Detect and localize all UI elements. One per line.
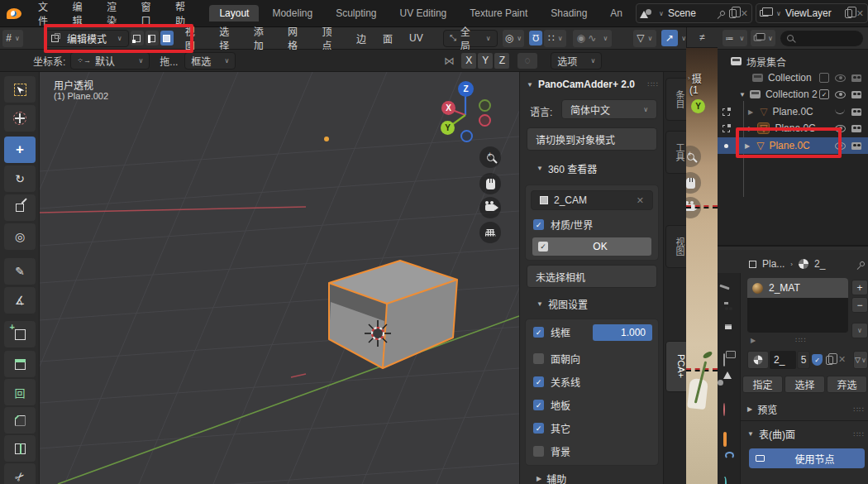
loop-cut-tool[interactable]: [4, 435, 36, 462]
orientation-dropdown[interactable]: ⤡ 全局 ∨: [443, 30, 498, 47]
mirror-y-button[interactable]: Y: [478, 53, 493, 69]
browse-material-button[interactable]: [747, 351, 769, 369]
bevel-tool[interactable]: [4, 407, 36, 434]
cursor-tool[interactable]: [4, 105, 36, 132]
tab-tool[interactable]: 工具: [665, 131, 687, 174]
mirror-x-button[interactable]: X: [461, 53, 476, 69]
expand-icon[interactable]: ▶: [751, 337, 756, 344]
pin-icon[interactable]: [719, 10, 726, 17]
select-button[interactable]: 选择: [785, 376, 825, 393]
clear-icon[interactable]: ✕: [637, 195, 644, 206]
gizmo-neg-x-axis[interactable]: [479, 114, 491, 127]
tab-item[interactable]: 条目: [665, 78, 687, 121]
collection2-row[interactable]: ▼ Collection 2 ✓: [718, 86, 868, 103]
scene-selector[interactable]: ∨ Scene ✕: [636, 3, 752, 23]
surface-section-header[interactable]: ▼ 表(曲)面 ∷∷: [747, 427, 865, 441]
deselect-button[interactable]: 弃选: [827, 376, 867, 393]
tab-view[interactable]: 视图: [665, 225, 687, 268]
tab-output-properties[interactable]: [723, 328, 736, 340]
floor-toggle[interactable]: 地板: [533, 398, 570, 412]
viewer-section-header[interactable]: ▼ 360 查看器: [537, 161, 597, 175]
tab-texture-paint[interactable]: Texture Paint: [460, 5, 537, 22]
hide-icon[interactable]: [835, 74, 846, 82]
tab-modifier-properties[interactable]: [723, 457, 736, 469]
hide-icon[interactable]: [835, 142, 846, 150]
language-dropdown[interactable]: 简体中文 ∨: [561, 99, 657, 119]
camera-name-field[interactable]: 2_CAM ✕: [531, 190, 653, 210]
menu-file[interactable]: 文件: [28, 0, 62, 27]
checkbox-checked-icon[interactable]: [533, 219, 544, 230]
edge-select-button[interactable]: [145, 31, 159, 46]
mode-dropdown[interactable]: 编辑模式 ∨: [45, 30, 129, 47]
menu-window[interactable]: 窗口: [131, 0, 165, 27]
gizmo-toggle[interactable]: ↗: [661, 30, 678, 46]
annotate-tool[interactable]: ✎: [4, 258, 36, 285]
mirror-z-button[interactable]: Z: [494, 53, 509, 69]
background-toggle[interactable]: 背景: [533, 444, 570, 458]
menu-edge[interactable]: 边: [348, 31, 374, 46]
3d-viewport[interactable]: 用户透视 (1) Plane.002 Z X Y: [40, 72, 519, 484]
use-nodes-button[interactable]: 使用节点: [749, 448, 865, 468]
wireframe-slider[interactable]: 1.000: [593, 324, 652, 341]
scene-collection-row[interactable]: 场景集合: [718, 53, 868, 69]
move-tool[interactable]: +: [4, 137, 36, 163]
gizmo-y-axis[interactable]: Y: [691, 99, 705, 113]
gizmo-neg-z-axis[interactable]: [460, 130, 473, 142]
tab-scene-properties[interactable]: [723, 379, 736, 391]
transform-tool[interactable]: ◎: [4, 223, 36, 250]
select-mode-dropdown[interactable]: 框选 ∨: [184, 52, 236, 69]
copy-scene-icon[interactable]: [729, 9, 737, 18]
add-slot-button[interactable]: +: [851, 280, 868, 295]
relations-toggle[interactable]: 关系线: [533, 375, 580, 389]
tab-layout[interactable]: Layout: [209, 5, 259, 22]
tab-modeling[interactable]: Modeling: [262, 5, 322, 22]
snap-with-button[interactable]: ∷∨: [544, 30, 566, 47]
options-dropdown[interactable]: 选项 ∨: [551, 52, 602, 69]
checkbox-checked-icon[interactable]: [533, 423, 544, 434]
light-object-dot[interactable]: [324, 137, 329, 141]
mirror-icon[interactable]: ⋈: [444, 55, 455, 67]
hide-icon[interactable]: [835, 125, 846, 132]
secondary-viewport[interactable]: › 摄 (1 Y: [686, 48, 718, 484]
addon-panel-header[interactable]: ▼ PanoCamAdder+ 2.0 ∷∷: [527, 79, 659, 90]
plane-row[interactable]: ▶ ▽ Plane.0C: [718, 120, 868, 137]
checkbox-checked-icon[interactable]: [533, 327, 544, 338]
ortho-toggle-button[interactable]: [479, 222, 501, 243]
close-icon[interactable]: ✕: [856, 8, 864, 19]
pin-icon[interactable]: [859, 261, 866, 267]
copy-material-button[interactable]: [826, 356, 833, 365]
collection-row[interactable]: Collection: [718, 69, 868, 86]
outliner-search[interactable]: [780, 31, 863, 46]
snap-toggle[interactable]: Ω: [529, 31, 542, 46]
menu-select[interactable]: 选择: [211, 24, 245, 52]
face-select-button[interactable]: [160, 31, 174, 46]
tab-world-properties[interactable]: [723, 404, 736, 416]
copy-viewlayer-icon[interactable]: [845, 9, 852, 18]
blender-menu-button[interactable]: [0, 8, 28, 19]
expand-icon[interactable]: ▶: [748, 125, 753, 132]
tab-tool-properties[interactable]: [723, 281, 736, 294]
collapsed-panel-label[interactable]: › 摄: [688, 71, 702, 85]
remove-slot-button[interactable]: −: [851, 297, 868, 313]
menu-mesh[interactable]: 网格: [279, 24, 313, 52]
switch-mode-button[interactable]: 请切换到对象模式: [527, 127, 657, 151]
menu-face[interactable]: 面: [374, 31, 401, 46]
disable-render-icon[interactable]: [851, 108, 861, 116]
viewlayer-selector[interactable]: ∨ ViewLayer ✕: [756, 3, 868, 23]
helper-section-header[interactable]: ▶ 辅助: [537, 472, 566, 484]
node-specials-button[interactable]: ▽∨: [853, 351, 868, 369]
proportional-falloff-button[interactable]: ◌: [517, 53, 537, 69]
menu-render[interactable]: 渲染: [97, 0, 131, 27]
other-toggle[interactable]: 其它: [533, 421, 570, 435]
face-orientation-toggle[interactable]: 面朝向: [533, 352, 580, 366]
outliner-editor-type-button[interactable]: ≔∨: [723, 30, 747, 46]
vertex-select-button[interactable]: [131, 31, 144, 46]
extrude-tool[interactable]: [4, 351, 36, 377]
preview-section-header[interactable]: ▶ 预览 ∷∷: [747, 402, 865, 416]
disable-render-icon[interactable]: [851, 74, 861, 82]
checkbox-checked-icon[interactable]: [533, 400, 544, 410]
hidden-icon[interactable]: [835, 109, 845, 114]
checkbox-checked-icon[interactable]: [533, 376, 544, 387]
proportional-edit-button[interactable]: ◉ ∿∨: [573, 30, 611, 47]
menu-add[interactable]: 添加: [246, 24, 279, 52]
